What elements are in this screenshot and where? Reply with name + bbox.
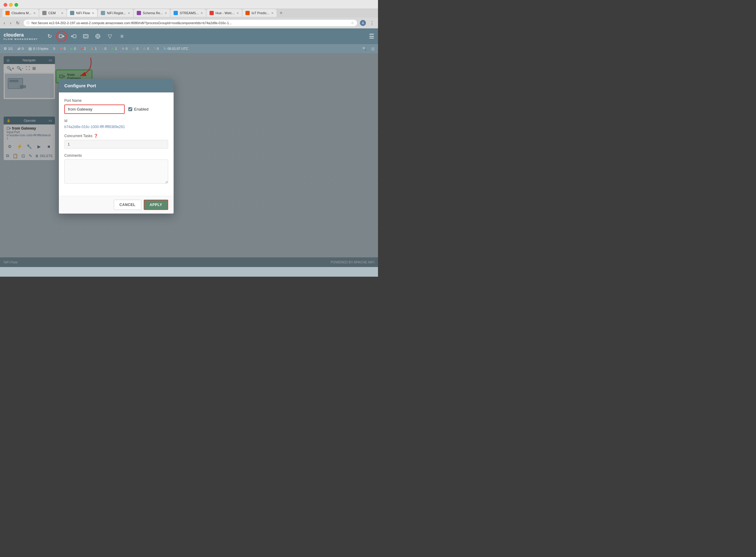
processors-value: 1/1 xyxy=(8,47,13,51)
port-name-row: Enabled xyxy=(64,105,168,114)
svg-rect-0 xyxy=(59,35,62,38)
stale-value: 0 xyxy=(147,47,149,51)
svg-rect-3 xyxy=(84,35,87,37)
input-port-button[interactable] xyxy=(56,31,67,42)
tab-favicon-iot xyxy=(245,11,250,15)
running-value: 0 xyxy=(74,47,76,51)
reload-button[interactable]: ↻ xyxy=(15,20,21,26)
tab-favicon-streams xyxy=(174,11,178,15)
tab-close-nifi-reg[interactable]: ✕ xyxy=(128,11,130,15)
url-bar[interactable]: ⓘ Not Secure ec2-54-202-2-197.us-west-2.… xyxy=(23,19,358,27)
comments-group: Comments xyxy=(64,153,168,185)
nifi-app: cloudera FLOW MANAGEMENT ↻ xyxy=(0,28,378,277)
uptodate-status: ↕ 0 xyxy=(101,47,106,51)
bookmark-icon[interactable]: ☆ xyxy=(351,21,354,25)
concurrent-tasks-input[interactable] xyxy=(64,140,168,149)
localmods-value: 0 xyxy=(137,47,138,51)
warnings-value: 1 xyxy=(95,47,97,51)
tab-close-hue[interactable]: ✕ xyxy=(236,11,239,15)
tab-nifi[interactable]: NiFi Flow ✕ xyxy=(67,9,97,17)
stopped-value: 2 xyxy=(84,47,86,51)
tab-close-streams[interactable]: ✕ xyxy=(201,11,203,15)
stale-status: ⊙ 0 xyxy=(143,47,149,51)
invalid-value: 0 xyxy=(64,47,65,51)
bytes-status: ▤ 0 / 0 bytes xyxy=(28,47,48,51)
search-icon[interactable]: 🔍 xyxy=(362,47,366,51)
port-name-input[interactable] xyxy=(64,105,125,114)
processors-status: ⚙ 1/1 xyxy=(4,47,13,51)
tab-title-nifi-reg: NiFi Regist... xyxy=(107,11,126,15)
tab-close-nifi[interactable]: ✕ xyxy=(92,11,94,15)
apply-button[interactable]: APPLY xyxy=(144,200,168,210)
errors-value: 0 xyxy=(157,47,159,51)
remote-value: 0 xyxy=(22,47,24,51)
svg-rect-2 xyxy=(83,34,88,38)
tab-iot[interactable]: IoT Predic... ✕ xyxy=(242,9,277,17)
remote-status: ⇄ 0 xyxy=(18,47,24,51)
remote-group-button[interactable] xyxy=(92,31,103,42)
tab-close-cem[interactable]: ✕ xyxy=(61,11,63,15)
dialog-title: Configure Port xyxy=(64,83,96,88)
back-button[interactable]: ‹ xyxy=(2,20,6,26)
dialog-header: Configure Port xyxy=(59,79,174,92)
bytes-value: 0 / 0 bytes xyxy=(33,47,48,51)
forward-button[interactable]: › xyxy=(9,20,13,26)
tab-title-hue: Hue - Welc... xyxy=(216,11,235,15)
output-port-button[interactable] xyxy=(68,31,79,42)
tab-hue[interactable]: Hue - Welc... ✕ xyxy=(207,9,242,17)
tab-favicon-nifi-reg xyxy=(101,11,105,15)
logo-text: cloudera xyxy=(4,32,38,38)
profile-button[interactable]: A xyxy=(360,20,366,26)
tab-favicon-cloudera xyxy=(5,11,10,15)
sync-status: ✔ 1 xyxy=(111,47,117,51)
tab-favicon-cem xyxy=(42,11,47,15)
configure-port-dialog: Configure Port Port Name Enabled xyxy=(59,79,174,213)
running-status: ▶ 0 xyxy=(70,47,76,51)
noversion-status: ✱ 0 xyxy=(122,47,127,51)
enabled-checkbox[interactable] xyxy=(128,107,132,111)
tab-title-cem: CEM xyxy=(48,11,59,15)
processor-icon: ⚙ xyxy=(4,47,7,51)
help-icon[interactable]: ❓ xyxy=(94,134,98,138)
status-bar: ⚙ 1/1 ⇄ 0 ▤ 0 / 0 bytes 0 ✖ 0 ▶ 0 ■ 2 ⚠ … xyxy=(0,44,378,53)
tab-favicon-schema xyxy=(137,11,141,15)
tab-schema[interactable]: Schema Re... ✕ xyxy=(134,9,170,17)
port-name-label: Port Name xyxy=(64,98,168,103)
tab-nifi-reg[interactable]: NiFi Regist... ✕ xyxy=(98,9,133,17)
refresh-button[interactable]: ↻ xyxy=(44,31,55,42)
dialog-footer: CANCEL APPLY xyxy=(59,196,174,213)
tab-favicon-hue xyxy=(210,11,214,15)
invalid-status: ✖ 0 xyxy=(60,47,65,51)
id-value: b74a2d8e-016c-1000-ffff-ffff8389e281 xyxy=(64,125,168,129)
enabled-label: Enabled xyxy=(134,107,149,112)
comments-label: Comments xyxy=(64,153,168,158)
minimize-button[interactable] xyxy=(9,3,13,7)
new-tab-button[interactable]: + xyxy=(277,8,285,18)
tab-bar: Cloudera M... ✕ CEM ✕ NiFi Flow ✕ NiFi R… xyxy=(0,8,378,18)
tab-title-schema: Schema Re... xyxy=(143,11,163,15)
close-button[interactable] xyxy=(4,3,7,7)
cancel-button[interactable]: CANCEL xyxy=(114,200,141,210)
browser-menu-button[interactable]: ⋮ xyxy=(368,20,375,27)
clock-value: 06:01:07 UTC xyxy=(168,47,188,51)
hamburger-menu[interactable]: ☰ xyxy=(369,33,374,40)
funnel-button[interactable]: ▽ xyxy=(104,31,115,42)
tab-close-cloudera[interactable]: ✕ xyxy=(33,11,36,15)
tab-close-iot[interactable]: ✕ xyxy=(271,11,274,15)
uptodate-value: 0 xyxy=(104,47,106,51)
tab-title-iot: IoT Predic... xyxy=(251,11,269,15)
tab-title-nifi: NiFi Flow xyxy=(76,11,90,15)
canvas-area[interactable]: ◎ Navigate ▭ 🔍+ 🔍- ⛶ ⊞ ⚠ xyxy=(0,53,378,267)
tab-close-schema[interactable]: ✕ xyxy=(164,11,167,15)
process-group-button[interactable] xyxy=(80,31,91,42)
tab-cem[interactable]: CEM ✕ xyxy=(39,9,66,17)
tab-title-streams: STREAMS... xyxy=(180,11,199,15)
tab-cloudera[interactable]: Cloudera M... ✕ xyxy=(2,9,39,17)
comments-textarea[interactable] xyxy=(64,159,168,184)
tab-streams[interactable]: STREAMS... ✕ xyxy=(171,9,206,17)
label-button[interactable]: ≡ xyxy=(117,31,127,42)
id-group: Id b74a2d8e-016c-1000-ffff-ffff8389e281 xyxy=(64,119,168,129)
dialog-overlay[interactable] xyxy=(0,53,378,267)
maximize-button[interactable] xyxy=(14,3,18,7)
address-bar: ‹ › ↻ ⓘ Not Secure ec2-54-202-2-197.us-w… xyxy=(0,18,378,28)
